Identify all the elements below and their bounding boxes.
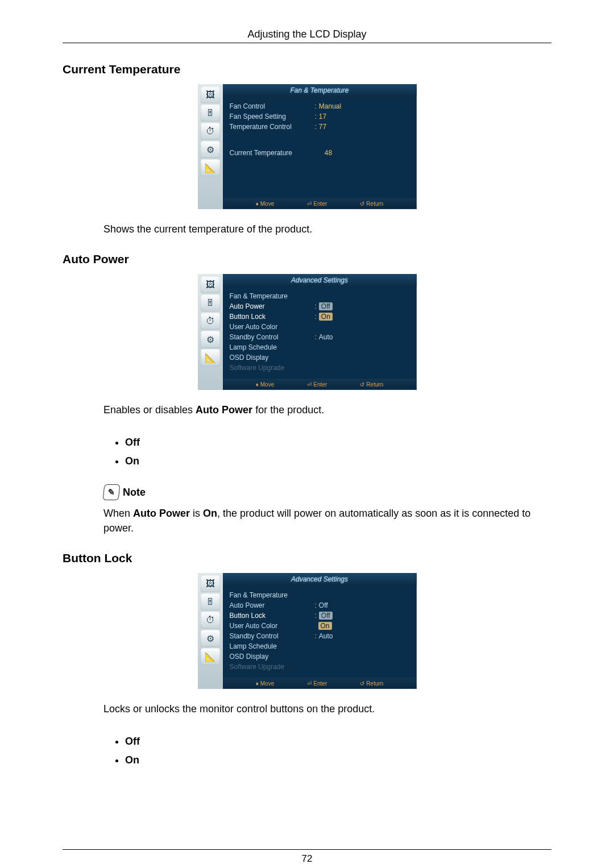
note-label: Note (123, 487, 146, 499)
osd-title: Advanced Settings (223, 573, 417, 585)
osd-row-fan-control: Fan Control : Manual (230, 101, 410, 111)
osd-sidebar: 🖼 🎚 ⏱ ⚙ 📐 (198, 274, 223, 390)
osd-icon-multi: 📐 (201, 349, 220, 366)
osd-row: User Auto Color (230, 322, 410, 332)
osd-icon-setup: ⚙ (201, 630, 220, 647)
osd-row: Fan & Temperature (230, 590, 410, 600)
page-number: 72 (302, 853, 313, 864)
option-on: On (125, 751, 551, 770)
option-off: Off (125, 433, 551, 452)
osd-icon-multi: 📐 (201, 159, 220, 176)
osd-row-user-auto-color: User Auto Color On (230, 621, 410, 631)
osd-row-temp-control: Temperature Control : 77 (230, 122, 410, 132)
osd-row-auto-power: Auto Power: Off (230, 600, 410, 610)
osd-footer: ♦Move ⏎Enter ↺Return (223, 379, 417, 390)
document-page: Adjusting the LCD Display Current Temper… (0, 0, 614, 868)
page-header: Adjusting the LCD Display (63, 28, 551, 43)
osd-row: Software Upgrade (230, 662, 410, 672)
osd-icon-sound: 🎚 (201, 593, 220, 610)
note-heading: ✎ Note (103, 484, 551, 500)
osd-sidebar: 🖼 🎚 ⏱ ⚙ 📐 (198, 573, 223, 689)
osd-icon-picture: 🖼 (201, 276, 220, 293)
note-text: When Auto Power is On, the product will … (103, 506, 551, 535)
osd-icon-time: ⏱ (201, 612, 220, 629)
move-icon: ♦ (256, 381, 259, 388)
osd-row: OSD Display (230, 352, 410, 363)
osd-icon-picture: 🖼 (201, 575, 220, 592)
osd-icon-multi: 📐 (201, 648, 220, 665)
osd-icon-picture: 🖼 (201, 86, 220, 103)
heading-auto-power: Auto Power (63, 252, 551, 266)
osd-title: Fan & Temperature (223, 84, 417, 97)
osd-title: Advanced Settings (223, 274, 417, 286)
osd-row-button-lock: Button Lock: Off (230, 610, 410, 621)
osd-footer: ♦Move ⏎Enter ↺Return (223, 678, 417, 689)
osd-sidebar: 🖼 🎚 ⏱ ⚙ 📐 (198, 84, 223, 209)
option-list: Off On (125, 732, 551, 770)
option-on: On (125, 452, 551, 471)
osd-icon-sound: 🎚 (201, 294, 220, 312)
option-list: Off On (125, 433, 551, 471)
heading-button-lock: Button Lock (63, 551, 551, 565)
move-icon: ♦ (256, 201, 259, 207)
osd-footer: ♦Move ⏎Enter ↺Return (223, 198, 417, 209)
option-off: Off (125, 732, 551, 751)
heading-current-temperature: Current Temperature (63, 63, 551, 76)
osd-row: Lamp Schedule (230, 641, 410, 651)
enter-icon: ⏎ (307, 201, 312, 207)
desc-current-temperature: Shows the current temperature of the pro… (103, 222, 551, 236)
page-footer: 72 (63, 849, 551, 865)
osd-icon-sound: 🎚 (201, 105, 220, 122)
osd-row: Lamp Schedule (230, 342, 410, 352)
osd-icon-time: ⏱ (201, 123, 220, 140)
desc-auto-power: Enables or disables Auto Power for the p… (103, 402, 551, 417)
enter-icon: ⏎ (307, 680, 312, 687)
osd-row: OSD Display (230, 651, 410, 662)
osd-screenshot-button-lock: 🖼 🎚 ⏱ ⚙ 📐 Advanced Settings Fan & Temper… (63, 573, 551, 689)
note-icon: ✎ (103, 484, 121, 500)
osd-row-button-lock: Button Lock: On (230, 312, 410, 322)
osd-row: Fan & Temperature (230, 291, 410, 301)
osd-row-current-temp: Current Temperature 48 (230, 148, 410, 158)
osd-row-standby: Standby Control: Auto (230, 332, 410, 342)
osd-screenshot-auto-power: 🖼 🎚 ⏱ ⚙ 📐 Advanced Settings Fan & Temper… (63, 274, 551, 390)
osd-icon-time: ⏱ (201, 313, 220, 330)
osd-icon-setup: ⚙ (201, 331, 220, 348)
osd-screenshot-fan-temp: 🖼 🎚 ⏱ ⚙ 📐 Fan & Temperature Fan Control … (63, 84, 551, 209)
osd-row: Software Upgrade (230, 363, 410, 373)
move-icon: ♦ (256, 680, 259, 687)
return-icon: ↺ (360, 680, 364, 687)
enter-icon: ⏎ (307, 381, 312, 388)
return-icon: ↺ (360, 201, 364, 207)
osd-row-standby: Standby Control: Auto (230, 631, 410, 641)
desc-button-lock: Locks or unlocks the monitor control but… (103, 701, 551, 716)
return-icon: ↺ (360, 381, 364, 388)
osd-row-fan-speed: Fan Speed Setting : 17 (230, 111, 410, 122)
osd-row-auto-power: Auto Power: Off (230, 301, 410, 312)
osd-icon-setup: ⚙ (201, 141, 220, 158)
